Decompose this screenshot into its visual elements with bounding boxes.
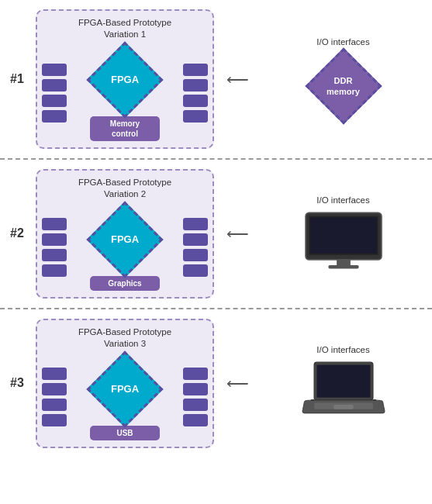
left-block-2c [42,249,67,261]
right-block-3a [183,368,208,380]
left-block-3a [42,368,67,380]
io-title-2: I/O interfaces [316,195,369,205]
row-2: #2 FPGA-Based Prototype Variation 2 FPGA [0,160,432,309]
left-block-3b [42,383,67,395]
svg-rect-4 [328,265,358,268]
proto-inner-1: FPGA Memorycontrol [42,45,208,141]
center-3: FPGA USB [71,354,178,440]
left-block-2b [42,233,67,246]
proto-inner-3: FPGA USB [42,354,208,440]
center-1: FPGA Memorycontrol [71,45,178,141]
center-2: FPGA Graphics [71,205,178,291]
arrow-icon-3: ⟵ [226,374,249,392]
prototype-box-2: FPGA-Based Prototype Variation 2 FPGA Gr… [36,169,214,299]
io-title-3: I/O interfaces [316,345,369,354]
arrow-icon-2: ⟵ [226,224,249,243]
right-blocks-2 [183,218,208,277]
left-block-1a [42,64,67,76]
right-block-1a [183,64,208,76]
left-block-1c [42,95,67,107]
fpga-diamond-container-2: FPGA [90,205,160,274]
io-section-3: I/O interfaces [261,345,426,421]
left-blocks-1 [42,64,67,123]
row-1: #1 FPGA-Based Prototype Variation 1 [0,0,432,160]
prototype-box-1: FPGA-Based Prototype Variation 1 FPGA [36,9,214,149]
right-block-1d [183,110,208,123]
laptop-icon [301,359,386,421]
arrow-icon-1: ⟵ [226,70,249,88]
ddr-diamond-container-1: DDRmemory [309,51,378,121]
fpga-diamond-1 [87,41,164,118]
arrow-2: ⟵ [222,224,253,243]
svg-rect-2 [310,218,376,254]
fpga-diamond-container-1: FPGA [90,45,160,115]
prototype-title-3: FPGA-Based Prototype Variation 3 [78,326,171,350]
right-block-2b [183,233,208,246]
arrow-1: ⟵ [222,70,253,88]
right-block-1c [183,95,208,107]
left-block-1b [42,79,67,91]
sub-box-1: Memorycontrol [90,116,160,141]
row-label-3: #3 [6,376,28,390]
right-block-1b [183,79,208,91]
fpga-diamond-container-3: FPGA [90,354,160,424]
left-block-2a [42,218,67,230]
svg-rect-6 [316,365,370,398]
proto-inner-2: FPGA Graphics [42,205,208,291]
left-block-3c [42,399,67,411]
io-section-2: I/O interfaces [261,195,426,271]
prototype-box-3: FPGA-Based Prototype Variation 3 FPGA US… [36,319,214,448]
main-container: #1 FPGA-Based Prototype Variation 1 [0,0,432,457]
prototype-title-1: FPGA-Based Prototype Variation 1 [78,17,171,40]
fpga-diamond-2 [87,201,164,278]
arrow-3: ⟵ [222,374,253,392]
ddr-diamond-1 [305,47,382,124]
prototype-title-2: FPGA-Based Prototype Variation 2 [78,177,171,200]
right-blocks-1 [183,64,208,123]
right-block-2d [183,264,208,277]
right-block-3b [183,383,208,395]
monitor-icon [301,209,386,271]
right-block-2a [183,218,208,230]
right-block-2c [183,249,208,261]
left-block-1d [42,110,67,123]
row-3: #3 FPGA-Based Prototype Variation 3 FPGA [0,309,432,457]
io-title-1: I/O interfaces [316,37,369,47]
row-label-2: #2 [6,226,28,240]
right-block-3d [183,414,208,426]
right-block-3c [183,399,208,411]
right-blocks-3 [183,368,208,426]
sub-box-2: Graphics [90,276,160,291]
left-blocks-3 [42,368,67,426]
fpga-diamond-3 [87,350,164,427]
svg-rect-8 [334,405,353,409]
row-label-1: #1 [6,72,28,86]
left-block-2d [42,264,67,277]
svg-rect-3 [337,260,351,265]
io-section-1: I/O interfaces DDRmemory [261,37,426,121]
left-blocks-2 [42,218,67,277]
left-block-3d [42,414,67,426]
